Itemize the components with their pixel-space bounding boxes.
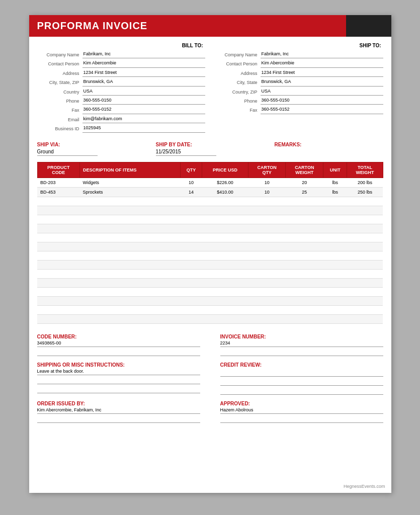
ship-phone-row: Phone 360-555-0150 xyxy=(215,97,383,105)
ship-company-value: Fabrikam, Inc xyxy=(261,50,383,58)
table-header-row: PRODUCTCODE DESCRIPTION OF ITEMS QTY PRI… xyxy=(37,162,383,178)
table-row-empty xyxy=(37,287,383,296)
bill-address-row: Address 1234 First Street xyxy=(37,69,205,77)
invoice-header: PROFORMA INVOICE xyxy=(29,15,391,37)
ship-company-label: Company Name xyxy=(215,51,261,58)
order-issued-col: ORDER ISSUED BY: Kim Abercrombie, Fabrik… xyxy=(37,401,200,423)
credit-review-line3 xyxy=(220,388,383,395)
ship-by-col: SHIP BY DATE: 11/25/2015 xyxy=(156,142,265,156)
cell-carton-weight: 25 xyxy=(286,187,323,197)
cell-qty: 14 xyxy=(180,187,202,197)
bill-contact-value: Kim Abercombie xyxy=(82,59,205,67)
cell-carton-weight: 20 xyxy=(286,178,323,187)
title-bar: PROFORMA INVOICE xyxy=(29,15,346,37)
col-price: PRICE USD xyxy=(202,162,248,178)
credit-review-line2 xyxy=(220,379,383,386)
credit-review-line1 xyxy=(220,370,383,377)
cell-unit: lbs xyxy=(323,178,347,187)
table-row: BD-453 Sprockets 14 $410.00 10 25 lbs 25… xyxy=(37,187,383,197)
table-row-empty xyxy=(37,314,383,323)
bill-to-block: BILL TO: Company Name Fabrikam, Inc Cont… xyxy=(37,43,205,134)
bill-address-value: 1234 First Street xyxy=(82,69,205,77)
table-row-empty xyxy=(37,224,383,233)
bill-company-label: Company Name xyxy=(37,51,82,58)
bill-contact-label: Contact Person xyxy=(37,60,82,67)
ship-to-block: SHIP TO: Company Name Fabrikam, Inc Cont… xyxy=(215,43,383,134)
cell-desc: Sprockets xyxy=(79,187,180,197)
ship-address-row: Address 1234 First Street xyxy=(215,69,383,77)
table-row-empty xyxy=(37,296,383,305)
logo-box xyxy=(346,15,391,37)
cell-carton-qty: 10 xyxy=(248,187,286,197)
shipping-instructions-line2 xyxy=(37,386,200,393)
ship-country-value: USA xyxy=(261,88,383,96)
col-carton-qty: CARTONQTY xyxy=(248,162,286,178)
table-row-empty xyxy=(37,197,383,206)
invoice-page: PROFORMA INVOICE BILL TO: Company Name F… xyxy=(29,15,391,493)
code-number-value: 3493865-00 xyxy=(37,340,200,347)
bill-ship-section: BILL TO: Company Name Fabrikam, Inc Cont… xyxy=(29,37,391,138)
ship-contact-value: Kim Abercombie xyxy=(261,59,383,67)
col-unit: UNIT xyxy=(323,162,347,178)
bill-country-value: USA xyxy=(82,88,205,96)
table-row: BD-203 Widgets 10 $226.00 10 20 lbs 200 … xyxy=(37,178,383,187)
cell-desc: Widgets xyxy=(79,178,180,187)
cell-unit: lbs xyxy=(323,187,347,197)
bill-email-label: Email xyxy=(37,116,82,123)
bill-businessid-value: 1025945 xyxy=(82,124,205,132)
cell-price: $410.00 xyxy=(202,187,248,197)
invoice-number-label: INVOICE NUMBER: xyxy=(220,334,383,339)
credit-review-label: CREDIT REVIEW: xyxy=(220,362,383,368)
table-row-empty xyxy=(37,206,383,215)
ship-via-label: SHIP VIA: xyxy=(37,142,146,147)
ship-fax-label: Fax xyxy=(215,107,261,114)
ship-via-value: Ground xyxy=(37,149,98,156)
table-row-empty xyxy=(37,215,383,224)
shipping-instructions-value: Leave at the back door. xyxy=(37,369,200,375)
ship-city-row: City, State Brunswick, GA xyxy=(215,78,383,86)
table-row-empty xyxy=(37,269,383,278)
table-row-empty xyxy=(37,260,383,269)
order-issued-line xyxy=(37,416,200,423)
remarks-col: REMARKS: xyxy=(275,142,383,156)
ship-by-value: 11/25/2015 xyxy=(156,149,216,156)
bill-contact-row: Contact Person Kim Abercombie xyxy=(37,59,205,67)
invoice-number-value: 2234 xyxy=(220,340,383,347)
table-row-empty xyxy=(37,278,383,287)
bill-businessid-label: Business ID xyxy=(37,125,82,132)
bill-country-row: Country USA xyxy=(37,88,205,96)
order-issued-label: ORDER ISSUED BY: xyxy=(37,401,200,406)
bill-to-heading: BILL TO: xyxy=(37,43,205,48)
ship-company-row: Company Name Fabrikam, Inc xyxy=(215,50,383,58)
bill-phone-label: Phone xyxy=(37,98,82,105)
approved-value: Hazem Abolrous xyxy=(220,407,383,414)
table-row-empty xyxy=(37,233,383,242)
cell-total-weight: 250 lbs xyxy=(347,187,383,197)
col-qty: QTY xyxy=(180,162,202,178)
ship-country-label: Country, ZIP xyxy=(215,89,261,96)
bill-phone-value: 360-555-0150 xyxy=(82,97,205,105)
bill-phone-row: Phone 360-555-0150 xyxy=(37,97,205,105)
cell-carton-qty: 10 xyxy=(248,178,286,187)
footer-section: CODE NUMBER: 3493865-00 INVOICE NUMBER: … xyxy=(29,328,391,433)
bill-email-value: kim@fabrikam.com xyxy=(82,115,205,123)
ship-via-row: SHIP VIA: Ground SHIP BY DATE: 11/25/201… xyxy=(29,138,391,158)
footer-row-3: ORDER ISSUED BY: Kim Abercrombie, Fabrik… xyxy=(37,401,383,423)
ship-address-label: Address xyxy=(215,70,261,77)
code-number-line xyxy=(37,349,200,356)
bill-businessid-row: Business ID 1025945 xyxy=(37,124,205,132)
ship-to-heading: SHIP TO: xyxy=(215,43,383,48)
watermark: HegnessEvents.com xyxy=(344,484,385,489)
approved-line xyxy=(220,416,383,423)
bill-city-label: City, State, ZIP xyxy=(37,79,82,86)
invoice-table: PRODUCTCODE DESCRIPTION OF ITEMS QTY PRI… xyxy=(37,162,383,324)
ship-address-value: 1234 First Street xyxy=(261,69,383,77)
table-row-empty xyxy=(37,251,383,260)
bill-fax-row: Fax 360-555-0152 xyxy=(37,106,205,114)
ship-fax-value: 360-555-0152 xyxy=(261,106,383,114)
bill-city-row: City, State, ZIP Brunswick, GA xyxy=(37,78,205,86)
bill-country-label: Country xyxy=(37,89,82,96)
approved-label: APPROVED: xyxy=(220,401,383,406)
shipping-instructions-line1 xyxy=(37,377,200,384)
invoice-number-line xyxy=(220,349,383,356)
